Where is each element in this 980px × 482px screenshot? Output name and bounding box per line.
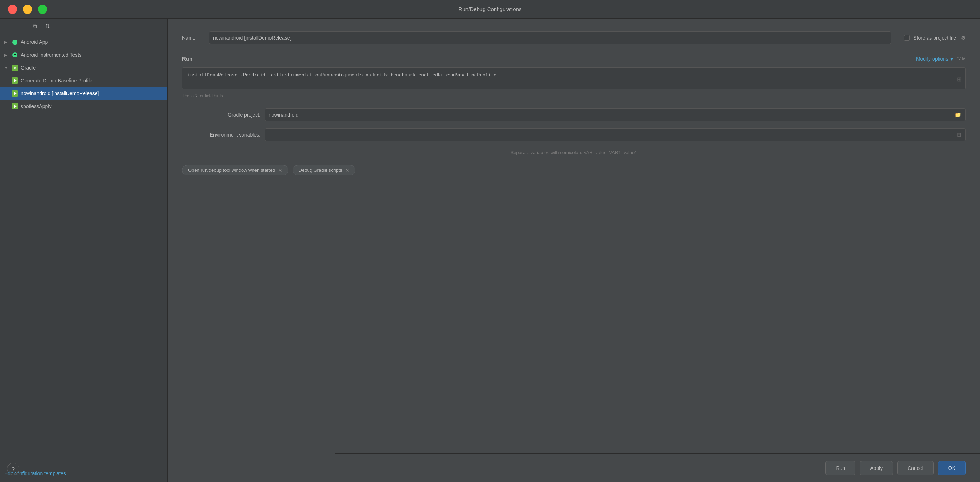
bottom-bar: Run Apply Cancel OK <box>336 453 980 482</box>
main-layout: ＋ － ⧉ ⇅ ▶ Android App <box>0 19 980 482</box>
tree-arrow-android-app: ▶ <box>4 40 9 44</box>
name-row: Name: Store as project file ⚙ <box>182 32 966 44</box>
sidebar-item-android-instrumented[interactable]: ▶ T Android Instrumented Tests <box>0 49 167 61</box>
apply-button[interactable]: Apply <box>860 461 893 475</box>
sidebar-toolbar: ＋ － ⧉ ⇅ <box>0 19 167 34</box>
modify-options-chevron-icon: ▾ <box>950 56 953 62</box>
sidebar-item-generate-demo[interactable]: Generate Demo Baseline Profile <box>0 74 167 87</box>
minimize-button[interactable] <box>23 5 32 14</box>
sidebar-footer: Edit configuration templates... <box>0 465 167 482</box>
run-button[interactable]: Run <box>826 461 856 475</box>
run-field-expand-icon[interactable]: ⊞ <box>957 76 961 82</box>
modify-options-label: Modify options <box>916 56 948 62</box>
separator-hint: Separate variables with semicolon: VAR=v… <box>182 150 966 155</box>
run-section-header: Run Modify options ▾ ⌥M <box>182 55 966 62</box>
env-variables-expand-icon[interactable]: ⊞ <box>957 132 961 138</box>
sidebar-item-nowinandroid-label: nowinandroid [installDemoRelease] <box>21 90 99 96</box>
tag-run-tool-window-close[interactable]: ✕ <box>278 168 282 173</box>
tag-debug-gradle-close[interactable]: ✕ <box>345 168 349 173</box>
tree-arrow-gradle: ▼ <box>4 66 9 70</box>
svg-text:G: G <box>14 66 16 70</box>
maximize-button[interactable] <box>38 5 47 14</box>
gradle-run-icon-2 <box>11 90 19 97</box>
env-variables-input[interactable] <box>265 128 966 141</box>
env-variables-label: Environment variables: <box>182 132 261 138</box>
gradle-icon: G <box>11 64 19 71</box>
tag-debug-gradle-label: Debug Gradle scripts <box>299 168 342 173</box>
run-section: Run Modify options ▾ ⌥M ⊞ Press ⌥ for fi… <box>182 55 966 98</box>
sidebar-item-gradle[interactable]: ▼ G Gradle <box>0 61 167 74</box>
modify-options-button[interactable]: Modify options ▾ ⌥M <box>916 56 966 62</box>
sidebar-item-android-app[interactable]: ▶ Android App <box>0 36 167 49</box>
gradle-run-icon-3 <box>11 103 19 110</box>
title-bar: Run/Debug Configurations <box>0 0 980 19</box>
store-settings-icon[interactable]: ⚙ <box>961 35 966 41</box>
sidebar-item-generate-demo-label: Generate Demo Baseline Profile <box>21 78 92 83</box>
close-button[interactable] <box>8 5 17 14</box>
run-command-input[interactable] <box>182 67 966 89</box>
store-as-project-label: Store as project file <box>913 35 956 41</box>
gradle-project-browse-icon[interactable]: 📁 <box>955 112 961 118</box>
hint-key: ⌥ <box>195 94 197 98</box>
cancel-button[interactable]: Cancel <box>897 461 934 475</box>
name-input[interactable] <box>209 32 891 44</box>
tree-arrow-android-instrumented: ▶ <box>4 53 9 57</box>
ok-button[interactable]: OK <box>938 461 966 475</box>
svg-rect-1 <box>14 41 16 43</box>
gradle-run-icon-1 <box>11 77 19 84</box>
gradle-project-input[interactable] <box>265 108 966 121</box>
gradle-project-label: Gradle project: <box>182 112 261 117</box>
sidebar-item-android-instrumented-label: Android Instrumented Tests <box>21 52 81 58</box>
tag-debug-gradle: Debug Gradle scripts ✕ <box>293 165 355 175</box>
sidebar: ＋ － ⧉ ⇅ ▶ Android App <box>0 19 168 482</box>
svg-text:T: T <box>14 54 16 57</box>
run-section-title: Run <box>182 55 192 62</box>
store-as-project-group: Store as project file ⚙ <box>904 35 966 41</box>
run-command-row: ⊞ <box>182 67 966 90</box>
store-as-project-checkbox[interactable] <box>904 35 910 41</box>
sidebar-item-nowinandroid[interactable]: nowinandroid [installDemoRelease] <box>0 87 167 100</box>
android-icon <box>11 38 19 46</box>
name-label: Name: <box>182 35 204 41</box>
field-hint: Press ⌥ for field hints <box>183 94 966 98</box>
env-variables-input-wrapper: ⊞ <box>265 128 966 141</box>
sidebar-tree: ▶ Android App ▶ T <box>0 34 167 465</box>
tags-row: Open run/debug tool window when started … <box>182 165 966 175</box>
tag-run-tool-window: Open run/debug tool window when started … <box>182 165 288 175</box>
modify-options-shortcut: ⌥M <box>956 56 966 61</box>
copy-config-button[interactable]: ⧉ <box>30 22 39 31</box>
android-test-icon: T <box>11 51 19 59</box>
sidebar-item-spotless-label: spotlessApply <box>21 103 51 109</box>
svg-line-2 <box>13 40 14 41</box>
gradle-project-row: Gradle project: 📁 <box>182 108 966 121</box>
env-variables-row: Environment variables: ⊞ <box>182 128 966 141</box>
traffic-lights[interactable] <box>8 5 47 14</box>
help-button[interactable]: ? <box>7 463 19 475</box>
svg-line-3 <box>16 40 17 41</box>
remove-config-button[interactable]: － <box>17 22 26 31</box>
sidebar-item-gradle-label: Gradle <box>21 65 36 71</box>
window-title: Run/Debug Configurations <box>458 6 522 12</box>
right-panel: Name: Store as project file ⚙ Run Modify… <box>168 19 980 482</box>
sidebar-item-spotless[interactable]: spotlessApply <box>0 100 167 113</box>
move-config-button[interactable]: ⇅ <box>43 22 52 31</box>
sidebar-item-android-app-label: Android App <box>21 39 48 45</box>
gradle-project-input-wrapper: 📁 <box>265 108 966 121</box>
add-config-button[interactable]: ＋ <box>4 22 14 31</box>
tag-run-tool-window-label: Open run/debug tool window when started <box>188 168 275 173</box>
